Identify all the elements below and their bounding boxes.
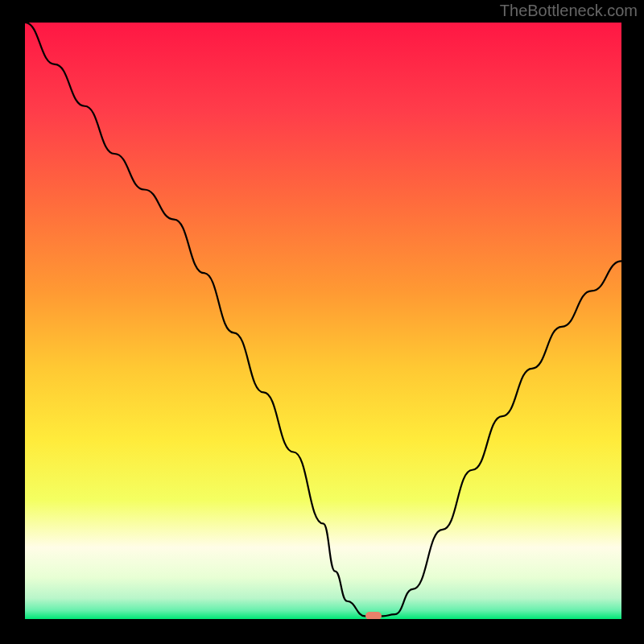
watermark-text: TheBottleneck.com [500, 2, 638, 20]
chart-container: TheBottleneck.com [0, 0, 644, 644]
bottleneck-curve [25, 23, 621, 619]
plot-area [25, 23, 621, 619]
minimum-marker [365, 612, 382, 619]
